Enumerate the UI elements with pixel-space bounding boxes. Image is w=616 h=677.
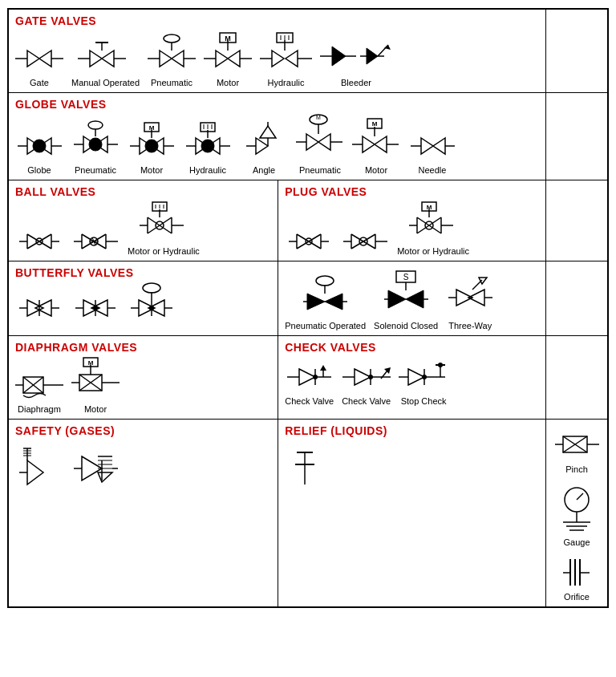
svg-marker-11 [160, 51, 172, 67]
relief-symbols [285, 440, 539, 484]
motor-globe-icon: M [130, 120, 174, 162]
svg-point-161 [149, 306, 154, 310]
svg-marker-6 [102, 51, 114, 67]
relief-title: RELIEF (LIQUIDS) [285, 424, 539, 437]
symbol-pneumatic-globe2: M Pneumatic [296, 114, 344, 175]
pneumatic-gate-label: Pneumatic [151, 78, 192, 87]
solenoid-closed-label: Solenoid Closed [374, 321, 438, 330]
svg-text:M: M [372, 120, 378, 128]
three-way-icon [448, 278, 492, 318]
svg-marker-24 [272, 51, 284, 67]
svg-text:M: M [316, 115, 321, 120]
safety-gas-2-icon [74, 440, 118, 488]
gate-valves-title: GATE VALVES [15, 14, 539, 27]
gate-label: Gate [30, 78, 49, 87]
angle-globe-icon [246, 122, 282, 162]
svg-marker-167 [307, 294, 325, 310]
symbol-hydraulic-globe: Hydraulic [184, 120, 232, 175]
pneumatic-globe-icon [74, 120, 118, 162]
diaphragm-label: Diaphragm [18, 404, 61, 414]
svg-point-155 [93, 306, 98, 310]
svg-marker-73 [260, 126, 276, 138]
symbol-safety-gas-1 [15, 444, 63, 488]
svg-marker-36 [367, 48, 378, 64]
svg-marker-84 [363, 136, 375, 152]
ball-motor-label: Motor or Hydraulic [128, 246, 200, 256]
symbol-gate: Gate [15, 43, 63, 87]
gauge-icon [555, 482, 599, 534]
symbol-butterfly-dot [71, 292, 120, 324]
butterfly-basic-icon [19, 292, 59, 324]
svg-marker-12 [172, 51, 184, 67]
pinch-icon [555, 428, 599, 461]
needle-icon [411, 130, 455, 162]
symbol-bleeder: Bleeder [320, 39, 392, 87]
symbol-orifice: Orifice [553, 555, 601, 602]
hydraulic-globe-label: Hydraulic [189, 165, 226, 175]
symbol-ball-2 [71, 228, 120, 256]
symbol-plug-2 [341, 228, 389, 256]
globe-valves-title: GLOBE VALVES [15, 98, 539, 111]
relief-icon [289, 440, 329, 484]
gate-valve-icon [15, 43, 63, 75]
svg-marker-203 [320, 365, 326, 371]
svg-point-215 [422, 375, 427, 379]
stop-check-icon [399, 357, 448, 393]
symbol-angle-globe: Angle [240, 122, 288, 175]
bleeder-icon [320, 39, 392, 75]
solenoid-closed-icon: S [384, 270, 428, 318]
symbol-pinch: Pinch [553, 428, 601, 474]
svg-text:M: M [225, 34, 231, 43]
svg-text:S: S [403, 273, 408, 282]
hydraulic-gate-icon [260, 30, 312, 75]
svg-marker-5 [90, 51, 102, 67]
check-valve-2-label: Check Valve [342, 396, 391, 406]
svg-marker-85 [375, 136, 387, 152]
butterfly-pneumatic-icon [131, 282, 172, 324]
svg-point-51 [88, 121, 103, 129]
symbol-three-way: Three-Way [446, 278, 494, 330]
symbol-needle: Needle [408, 130, 456, 175]
orifice-label: Orifice [564, 592, 590, 602]
angle-label: Angle [253, 165, 275, 175]
stop-check-label: Stop Check [401, 396, 447, 406]
butterfly-valves-symbols [15, 282, 271, 324]
svg-marker-77 [318, 134, 330, 150]
svg-marker-25 [286, 51, 298, 67]
symbol-ball-basic [15, 228, 63, 256]
diaphragm-icon [15, 367, 63, 401]
svg-point-15 [164, 34, 180, 43]
safety-gas-1-icon [19, 444, 59, 488]
svg-point-166 [316, 276, 334, 286]
symbol-plug-basic [285, 228, 333, 256]
symbol-check-valve-2: Check Valve [342, 361, 391, 406]
svg-text:M: M [427, 204, 432, 211]
svg-marker-220 [27, 460, 43, 484]
plug-motor-label: Motor or Hydraulic [397, 246, 469, 256]
svg-marker-33 [332, 47, 346, 66]
symbol-diaphragm: Diaphragm [15, 367, 63, 414]
symbol-solenoid-closed: S Solenoid Closed [374, 270, 438, 330]
svg-marker-180 [468, 290, 484, 306]
plug-valves-symbols: M Motor or Hydraulic [285, 201, 539, 256]
svg-marker-1 [27, 51, 39, 67]
symbol-butterfly-pneumatic [128, 282, 176, 324]
motor-globe2-label: Motor [365, 165, 387, 175]
symbol-stop-check: Stop Check [399, 357, 448, 406]
svg-marker-175 [406, 290, 424, 308]
svg-point-164 [143, 283, 160, 293]
needle-label: Needle [419, 165, 447, 175]
svg-line-249 [577, 493, 583, 500]
three-way-label: Three-Way [448, 321, 492, 330]
hydraulic-gate-label: Hydraulic [268, 78, 305, 87]
ball-motor-icon [140, 201, 188, 243]
svg-marker-233 [98, 472, 112, 482]
ball-basic-icon [19, 228, 59, 256]
svg-marker-71 [256, 138, 268, 154]
symbol-relief [285, 440, 333, 484]
svg-point-201 [313, 375, 318, 379]
svg-text:M: M [88, 359, 94, 367]
check-valves-symbols: Check Valve Check Valve [285, 357, 539, 406]
pneumatic-operated-icon [303, 274, 347, 318]
safety-symbols [15, 440, 271, 488]
